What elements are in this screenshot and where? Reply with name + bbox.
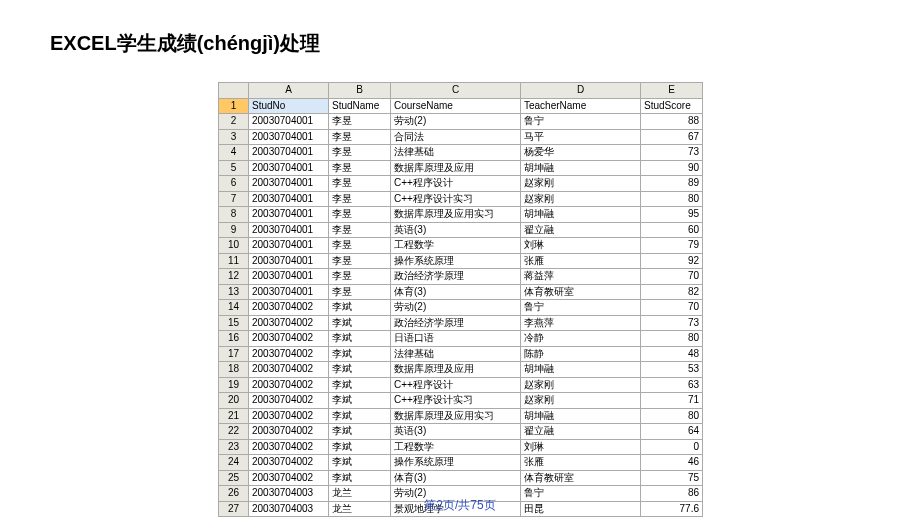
col-header-C[interactable]: C [391, 83, 521, 99]
cell[interactable]: 20030704001 [249, 191, 329, 207]
cell[interactable]: 李昱 [329, 160, 391, 176]
cell[interactable]: 李燕萍 [521, 315, 641, 331]
row-header[interactable]: 8 [219, 207, 249, 223]
cell[interactable]: 73 [641, 315, 703, 331]
col-header-E[interactable]: E [641, 83, 703, 99]
row-header[interactable]: 4 [219, 145, 249, 161]
cell[interactable]: 70 [641, 300, 703, 316]
cell[interactable]: 张雁 [521, 455, 641, 471]
cell[interactable]: 鲁宁 [521, 114, 641, 130]
col-header-A[interactable]: A [249, 83, 329, 99]
cell[interactable]: 20030704001 [249, 238, 329, 254]
cell[interactable]: 翟立融 [521, 424, 641, 440]
row-header[interactable]: 13 [219, 284, 249, 300]
cell[interactable]: 20030704002 [249, 408, 329, 424]
cell[interactable]: 政治经济学原理 [391, 269, 521, 285]
row-header[interactable]: 10 [219, 238, 249, 254]
cell[interactable]: 胡坤融 [521, 408, 641, 424]
row-header[interactable]: 21 [219, 408, 249, 424]
cell[interactable]: 李昱 [329, 114, 391, 130]
cell[interactable]: 政治经济学原理 [391, 315, 521, 331]
col-header-B[interactable]: B [329, 83, 391, 99]
excel-grid[interactable]: A B C D E 1StudNoStudNameCourseNameTeach… [218, 82, 703, 517]
row-header[interactable]: 24 [219, 455, 249, 471]
row-header[interactable]: 20 [219, 393, 249, 409]
cell[interactable]: 马平 [521, 129, 641, 145]
cell[interactable]: C++程序设计实习 [391, 393, 521, 409]
cell[interactable]: StudScore [641, 98, 703, 114]
cell[interactable]: 20030704001 [249, 253, 329, 269]
cell[interactable]: 0 [641, 439, 703, 455]
cell[interactable]: 李斌 [329, 315, 391, 331]
cell[interactable]: 刘琳 [521, 439, 641, 455]
cell[interactable]: 张雁 [521, 253, 641, 269]
cell[interactable]: 82 [641, 284, 703, 300]
cell[interactable]: 赵家刚 [521, 393, 641, 409]
cell[interactable]: 20030704001 [249, 269, 329, 285]
cell[interactable]: 法律基础 [391, 346, 521, 362]
cell[interactable]: 73 [641, 145, 703, 161]
cell[interactable]: 李昱 [329, 207, 391, 223]
cell[interactable]: 20030704001 [249, 284, 329, 300]
cell[interactable]: 胡坤融 [521, 207, 641, 223]
cell[interactable]: 20030704002 [249, 455, 329, 471]
cell[interactable]: 赵家刚 [521, 191, 641, 207]
row-header[interactable]: 11 [219, 253, 249, 269]
row-header[interactable]: 12 [219, 269, 249, 285]
cell[interactable]: 工程数学 [391, 439, 521, 455]
row-header[interactable]: 15 [219, 315, 249, 331]
cell[interactable]: 翟立融 [521, 222, 641, 238]
cell[interactable]: StudNo [249, 98, 329, 114]
cell[interactable]: 李昱 [329, 284, 391, 300]
cell[interactable]: 合同法 [391, 129, 521, 145]
cell[interactable]: 90 [641, 160, 703, 176]
cell[interactable]: 数据库原理及应用实习 [391, 207, 521, 223]
row-header[interactable]: 1 [219, 98, 249, 114]
row-header[interactable]: 3 [219, 129, 249, 145]
cell[interactable]: 陈静 [521, 346, 641, 362]
cell[interactable]: 79 [641, 238, 703, 254]
row-header[interactable]: 23 [219, 439, 249, 455]
cell[interactable]: 20030704002 [249, 393, 329, 409]
cell[interactable]: 胡坤融 [521, 362, 641, 378]
row-header[interactable]: 6 [219, 176, 249, 192]
cell[interactable]: 蒋益萍 [521, 269, 641, 285]
cell[interactable]: 冷静 [521, 331, 641, 347]
cell[interactable]: 数据库原理及应用实习 [391, 408, 521, 424]
cell[interactable]: 李斌 [329, 455, 391, 471]
cell[interactable]: 李昱 [329, 145, 391, 161]
cell[interactable]: 李斌 [329, 362, 391, 378]
row-header[interactable]: 14 [219, 300, 249, 316]
cell[interactable]: 70 [641, 269, 703, 285]
cell[interactable]: 64 [641, 424, 703, 440]
cell[interactable]: 数据库原理及应用 [391, 362, 521, 378]
cell[interactable]: 20030704002 [249, 315, 329, 331]
col-header-D[interactable]: D [521, 83, 641, 99]
cell[interactable]: 20030704001 [249, 114, 329, 130]
cell[interactable]: 日语口语 [391, 331, 521, 347]
cell[interactable]: 英语(3) [391, 222, 521, 238]
cell[interactable]: 46 [641, 455, 703, 471]
cell[interactable]: 20030704002 [249, 424, 329, 440]
cell[interactable]: C++程序设计实习 [391, 191, 521, 207]
cell[interactable]: 20030704002 [249, 362, 329, 378]
cell[interactable]: 李昱 [329, 238, 391, 254]
cell[interactable]: StudName [329, 98, 391, 114]
cell[interactable]: 63 [641, 377, 703, 393]
cell[interactable]: 80 [641, 331, 703, 347]
cell[interactable]: 李斌 [329, 439, 391, 455]
cell[interactable]: 20030704002 [249, 377, 329, 393]
row-header[interactable]: 16 [219, 331, 249, 347]
cell[interactable]: 操作系统原理 [391, 253, 521, 269]
cell[interactable]: C++程序设计 [391, 176, 521, 192]
cell[interactable]: 劳动(2) [391, 114, 521, 130]
row-header[interactable]: 2 [219, 114, 249, 130]
cell[interactable]: 数据库原理及应用 [391, 160, 521, 176]
row-header[interactable]: 7 [219, 191, 249, 207]
cell[interactable]: 20030704002 [249, 470, 329, 486]
cell[interactable]: 80 [641, 191, 703, 207]
cell[interactable]: 法律基础 [391, 145, 521, 161]
row-header[interactable]: 25 [219, 470, 249, 486]
cell[interactable]: 88 [641, 114, 703, 130]
cell[interactable]: 体育(3) [391, 284, 521, 300]
